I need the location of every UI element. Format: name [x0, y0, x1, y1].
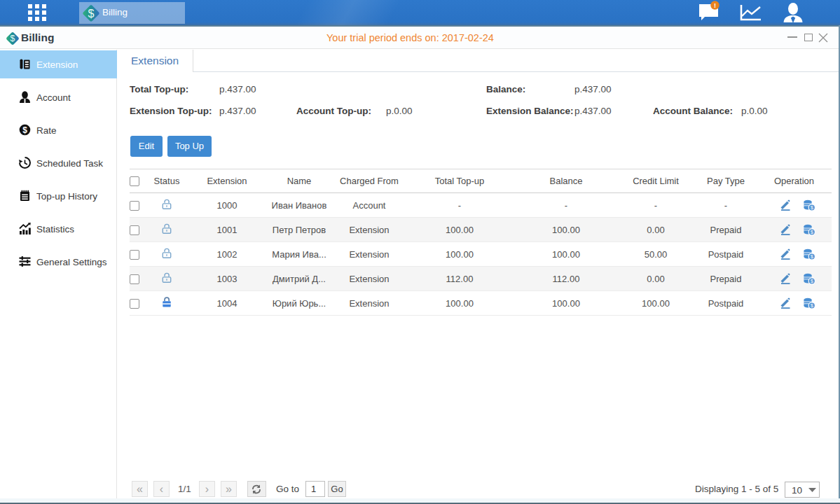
svg-text:$: $: [22, 125, 27, 135]
svg-text:$: $: [11, 34, 15, 43]
svg-text:!: !: [714, 2, 716, 9]
svg-text:$: $: [88, 8, 95, 20]
